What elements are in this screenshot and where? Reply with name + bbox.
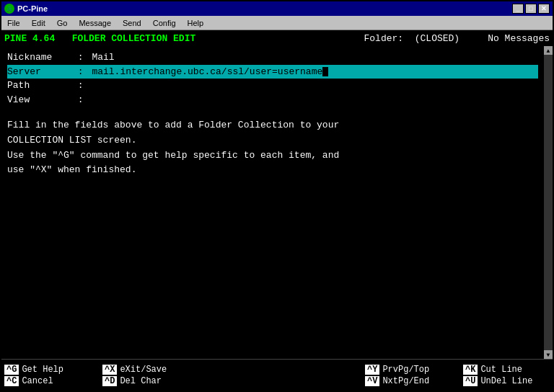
get-help-label: Get Help — [22, 365, 63, 375]
scrollbar[interactable]: ▲ ▼ — [544, 46, 553, 359]
menu-go[interactable]: Go — [54, 17, 71, 29]
undel-line-key: ^U — [463, 376, 478, 386]
exit-save-label: eXit/Save — [120, 365, 167, 375]
path-row: Path : — [7, 79, 538, 93]
title-bar: 🌲 PC-Pine _ □ ✕ — [1, 1, 553, 16]
del-char-key: ^D — [102, 376, 117, 386]
main-window: 🌲 PC-Pine _ □ ✕ File Edit Go Message Sen… — [0, 0, 554, 392]
undel-line-label: UnDel Line — [480, 376, 532, 386]
maximize-button[interactable]: □ — [525, 4, 537, 14]
footer-exit-save[interactable]: ^X eXit/Save — [102, 365, 189, 375]
path-label: Path — [7, 79, 72, 93]
pine-body: Nickname : Mail Server : mail.interchang… — [1, 46, 544, 359]
view-label: View — [7, 93, 72, 107]
menu-config[interactable]: Config — [150, 17, 179, 29]
pine-status-bar: PINE 4.64 FOLDER COLLECTION EDIT Folder:… — [1, 30, 553, 46]
scroll-up-button[interactable]: ▲ — [544, 46, 553, 55]
help-line4: use "^X" when finished. — [7, 163, 538, 178]
help-line1: Fill in the fields above to add a Folder… — [7, 118, 538, 133]
form-area: Nickname : Mail Server : mail.interchang… — [1, 46, 544, 359]
cancel-label: Cancel — [22, 376, 53, 386]
footer-nxtpg[interactable]: ^V NxtPg/End — [365, 376, 452, 386]
pine-folder-status: Folder: (CLOSED) No Messages — [364, 33, 550, 44]
footer-row-1: ^G Get Help ^X eXit/Save ^Y PrvPg/Top ^K… — [1, 364, 553, 375]
help-text-block: Fill in the fields above to add a Folder… — [7, 118, 538, 178]
content-area: Nickname : Mail Server : mail.interchang… — [1, 46, 553, 359]
footer-row-2: ^C Cancel ^D Del Char ^V NxtPg/End ^U Un… — [1, 375, 553, 387]
nxtpg-key: ^V — [365, 376, 379, 386]
prvpg-key: ^Y — [365, 365, 379, 375]
view-row: View : — [7, 93, 538, 107]
footer: ^G Get Help ^X eXit/Save ^Y PrvPg/Top ^K… — [1, 359, 553, 391]
scrollbar-track[interactable] — [544, 55, 553, 350]
footer-get-help[interactable]: ^G Get Help — [4, 365, 91, 375]
footer-del-char[interactable]: ^D Del Char — [102, 376, 189, 386]
pine-version: PINE 4.64 FOLDER COLLECTION EDIT — [4, 33, 195, 44]
server-value[interactable]: mail.interchange.ubc.ca/ssl/user=usernam… — [92, 65, 328, 79]
cut-line-key: ^K — [463, 365, 478, 375]
minimize-button[interactable]: _ — [512, 4, 524, 14]
path-sep: : — [72, 79, 89, 93]
nickname-value[interactable]: Mail — [92, 50, 114, 65]
nickname-row: Nickname : Mail — [7, 50, 538, 65]
menu-file[interactable]: File — [4, 17, 23, 29]
view-sep: : — [72, 93, 89, 107]
cancel-key: ^C — [4, 376, 19, 386]
menu-bar: File Edit Go Message Send Config Help — [1, 16, 553, 30]
footer-prvpg[interactable]: ^Y PrvPg/Top — [365, 365, 452, 375]
title-bar-controls: _ □ ✕ — [512, 4, 550, 14]
footer-undel-line[interactable]: ^U UnDel Line — [463, 376, 550, 386]
exit-save-key: ^X — [102, 365, 117, 375]
server-row: Server : mail.interchange.ubc.ca/ssl/use… — [7, 65, 538, 79]
footer-cancel[interactable]: ^C Cancel — [4, 376, 91, 386]
cut-line-label: Cut Line — [480, 365, 522, 375]
menu-help[interactable]: Help — [185, 17, 207, 29]
help-line3: Use the "^G" command to get help specifi… — [7, 148, 538, 164]
help-line2: COLLECTION LIST screen. — [7, 133, 538, 148]
close-button[interactable]: ✕ — [538, 4, 550, 14]
window-title: PC-Pine — [17, 4, 48, 13]
menu-edit[interactable]: Edit — [29, 17, 48, 29]
nickname-label: Nickname — [7, 50, 72, 65]
title-bar-left: 🌲 PC-Pine — [4, 4, 48, 14]
menu-send[interactable]: Send — [120, 17, 144, 29]
server-label: Server — [7, 65, 72, 79]
app-icon: 🌲 — [4, 4, 14, 14]
footer-cut-line[interactable]: ^K Cut Line — [463, 365, 550, 375]
prvpg-label: PrvPg/Top — [382, 365, 429, 375]
get-help-key: ^G — [4, 365, 19, 375]
menu-message[interactable]: Message — [76, 17, 114, 29]
del-char-label: Del Char — [120, 376, 162, 386]
nickname-sep: : — [72, 50, 89, 65]
server-sep: : — [72, 65, 89, 79]
nxtpg-label: NxtPg/End — [382, 376, 429, 386]
scroll-down-button[interactable]: ▼ — [544, 350, 553, 359]
